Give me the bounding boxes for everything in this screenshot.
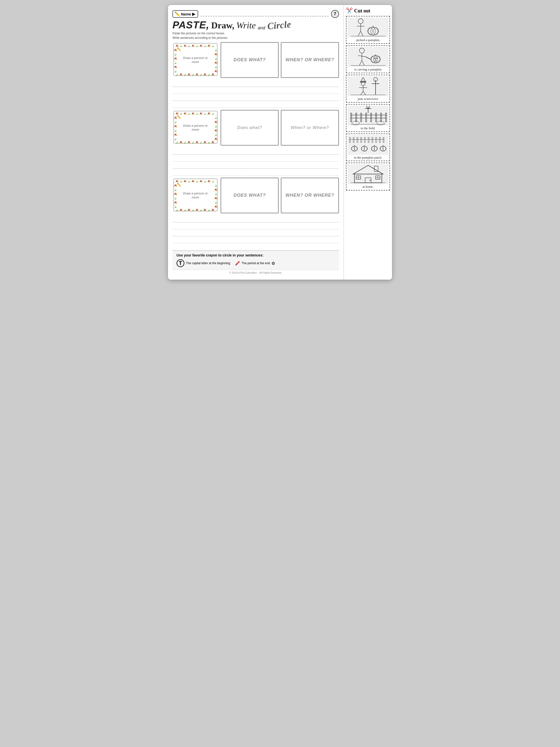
title-paste: PASTE, bbox=[172, 20, 209, 31]
when-where-box-2[interactable]: When? or Where? bbox=[281, 110, 339, 146]
footer-title: Use your favorite crayon to circle in yo… bbox=[177, 253, 335, 257]
writing-line-dashed[interactable] bbox=[172, 87, 339, 94]
cutout-item-5[interactable]: in the pumpkin patch. bbox=[346, 133, 390, 161]
svg-text:🍃: 🍃 bbox=[176, 73, 179, 76]
cutout-item-2[interactable]: is carving a pumpkin bbox=[346, 45, 390, 73]
svg-text:🍃: 🍃 bbox=[180, 112, 183, 115]
svg-point-190 bbox=[370, 180, 371, 181]
svg-point-114 bbox=[368, 28, 373, 34]
pencil-left-icon: ✏️ bbox=[175, 11, 180, 17]
svg-text:🍂: 🍂 bbox=[211, 208, 215, 211]
section-3-boxes: 🍂 🍃 🍂 🍃 🍂 🍃 🍂 🍃 🍂 🍃 🍃 🍂 🍃 🍂 🍃 🍂 bbox=[172, 178, 339, 213]
cutout-label-5: in the pumpkin patch. bbox=[354, 156, 382, 160]
when-where-label-2: When? or Where? bbox=[291, 125, 329, 130]
writing-line-dashed[interactable] bbox=[172, 101, 339, 108]
does-what-box-2[interactable]: Does what? bbox=[220, 110, 279, 146]
svg-point-115 bbox=[371, 28, 376, 34]
svg-text:🍃: 🍃 bbox=[195, 112, 198, 115]
writing-line[interactable] bbox=[172, 229, 339, 236]
writing-line[interactable] bbox=[172, 94, 339, 101]
svg-text:🍃: 🍃 bbox=[203, 180, 207, 183]
svg-text:🍃: 🍃 bbox=[180, 44, 183, 47]
svg-line-123 bbox=[362, 60, 364, 66]
svg-text:🍂: 🍂 bbox=[214, 61, 217, 64]
footer-section: Use your favorite crayon to circle in yo… bbox=[172, 250, 339, 270]
writing-line-dashed[interactable] bbox=[172, 236, 339, 243]
svg-text:🍂: 🍂 bbox=[203, 208, 207, 211]
cutout-item-1[interactable]: picked a pumpkin bbox=[346, 16, 390, 44]
svg-text:🍂: 🍂 bbox=[174, 192, 177, 196]
cutout-header: ✂️ Cut out bbox=[346, 7, 390, 14]
svg-text:🍃: 🍃 bbox=[183, 140, 187, 144]
draw-area-3[interactable]: 🍂 🍃 🍂 🍃 🍂 🍃 🍂 🍃 🍂 🍃 🍃 🍂 🍃 🍂 🍃 🍂 bbox=[172, 178, 218, 213]
writing-line[interactable] bbox=[172, 215, 339, 222]
svg-text:🍂: 🍂 bbox=[203, 140, 207, 144]
svg-text:🍂: 🍂 bbox=[203, 73, 207, 76]
svg-text:Draw a person or: Draw a person or bbox=[183, 56, 208, 60]
draw-area-1[interactable]: 🍂 🍃 🍂 🍃 🍂 🍃 🍂 🍃 🍂 🍃 🍃 🍂 🍃 🍂 🍃 bbox=[172, 42, 218, 78]
when-where-box-3[interactable]: WHEN? OR WHERE? bbox=[281, 178, 339, 213]
name-box: ✏️ Name ▶ bbox=[172, 10, 198, 18]
does-what-box-3[interactable]: DOES WHAT? bbox=[220, 178, 279, 213]
svg-rect-161 bbox=[353, 137, 354, 143]
svg-text:🍂: 🍂 bbox=[211, 140, 215, 144]
svg-text:🍂: 🍂 bbox=[180, 208, 183, 211]
svg-text:🍃: 🍃 bbox=[174, 120, 177, 124]
svg-text:🍂: 🍂 bbox=[207, 44, 211, 47]
svg-text:🍃: 🍃 bbox=[195, 44, 198, 47]
svg-text:🍃: 🍃 bbox=[176, 140, 179, 144]
pencil-right-icon: ▶ bbox=[192, 12, 195, 17]
svg-rect-160 bbox=[349, 137, 350, 143]
cutout-label-1: picked a pumpkin bbox=[356, 38, 379, 42]
svg-line-138 bbox=[361, 91, 363, 95]
svg-text:🍃: 🍃 bbox=[214, 201, 217, 204]
svg-text:🍂: 🍂 bbox=[191, 180, 195, 183]
draw-area-2[interactable]: 🍂 🍃 🍂 🍃 🍂 🍃 🍂 🍃 🍂 🍃 🍃 🍂 🍃 🍂 🍃 🍂 bbox=[172, 110, 218, 146]
when-where-box-1[interactable]: WHEN? OR WHERE? bbox=[281, 42, 339, 78]
svg-text:Draw a person or: Draw a person or bbox=[183, 191, 208, 195]
svg-text:✏️: ✏️ bbox=[177, 115, 182, 119]
svg-text:🍃: 🍃 bbox=[214, 192, 217, 196]
section-2-boxes: 🍂 🍃 🍂 🍃 🍂 🍃 🍂 🍃 🍂 🍃 🍃 🍂 🍃 🍂 🍃 🍂 bbox=[172, 110, 339, 146]
cutout-item-6[interactable]: at home. bbox=[346, 162, 390, 190]
copyright-text: © 2018 A Plus Education – All Rights Res… bbox=[172, 270, 339, 276]
svg-text:🍂: 🍂 bbox=[195, 73, 198, 76]
svg-text:🍂: 🍂 bbox=[183, 112, 187, 115]
svg-point-108 bbox=[358, 19, 363, 24]
svg-text:🍂: 🍂 bbox=[191, 112, 195, 115]
writing-line-dashed[interactable] bbox=[172, 222, 339, 229]
writing-line[interactable] bbox=[172, 162, 339, 169]
svg-text:🍃: 🍃 bbox=[214, 48, 217, 52]
period-circle: ⊙ bbox=[271, 261, 275, 266]
writing-line[interactable] bbox=[172, 80, 339, 87]
cutout-image-2 bbox=[347, 47, 389, 67]
cutout-item-3[interactable]: puts scarecrows bbox=[346, 75, 390, 103]
svg-text:🍂: 🍂 bbox=[191, 44, 195, 47]
svg-text:🍂: 🍂 bbox=[180, 73, 183, 76]
svg-text:🍂: 🍂 bbox=[176, 180, 179, 183]
svg-text:🍃: 🍃 bbox=[199, 73, 203, 76]
svg-point-126 bbox=[371, 56, 375, 62]
leaf-frame-svg-2: 🍂 🍃 🍂 🍃 🍂 🍃 🍂 🍃 🍂 🍃 🍃 🍂 🍃 🍂 🍃 🍂 bbox=[172, 110, 218, 145]
svg-rect-146 bbox=[361, 113, 362, 122]
svg-text:🍂: 🍂 bbox=[183, 180, 187, 183]
writing-line-dashed[interactable] bbox=[172, 155, 339, 162]
footer-item-capital-text: The capital letter at the beginning bbox=[186, 261, 230, 265]
svg-text:🍂: 🍂 bbox=[214, 53, 217, 56]
name-label: Name bbox=[181, 12, 191, 16]
svg-text:🍃: 🍃 bbox=[187, 112, 191, 115]
does-what-label-3: DOES WHAT? bbox=[234, 192, 266, 198]
svg-line-124 bbox=[366, 57, 371, 59]
svg-text:🍂: 🍂 bbox=[183, 44, 187, 47]
svg-line-139 bbox=[363, 91, 366, 95]
cutout-item-4[interactable]: in the field. bbox=[346, 104, 390, 132]
writing-line[interactable] bbox=[172, 148, 339, 155]
svg-rect-165 bbox=[368, 137, 369, 143]
svg-rect-150 bbox=[380, 113, 381, 122]
svg-text:🍃: 🍃 bbox=[176, 208, 179, 211]
does-what-box-1[interactable]: DOES WHAT? bbox=[220, 42, 279, 78]
when-where-label-3: WHEN? OR WHERE? bbox=[286, 192, 334, 198]
cutout-image-3 bbox=[347, 76, 389, 96]
name-line[interactable] bbox=[201, 11, 328, 17]
writing-line-dashed[interactable] bbox=[172, 169, 339, 176]
